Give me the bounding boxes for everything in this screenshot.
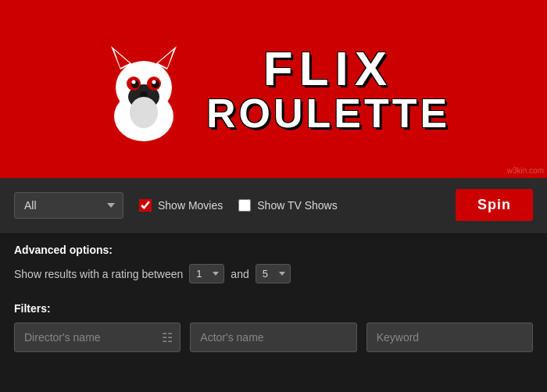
header-content: FLIX ROULETTE <box>97 34 450 144</box>
roulette-text: ROULETTE <box>206 93 450 134</box>
actor-input-wrapper <box>190 323 356 352</box>
genre-select[interactable]: All Action Comedy Drama Horror Sci-Fi Th… <box>14 192 123 219</box>
show-tv-group: Show TV Shows <box>238 199 337 212</box>
actor-input[interactable] <box>190 323 356 352</box>
genre-select-wrapper: All Action Comedy Drama Horror Sci-Fi Th… <box>14 192 123 219</box>
watermark: w3kin.com <box>507 166 544 175</box>
rating-max-select[interactable]: 1234 5678 910 <box>256 264 291 283</box>
show-tv-label[interactable]: Show TV Shows <box>257 199 337 212</box>
filters-section: Filters: ☷ <box>0 294 547 363</box>
svg-point-13 <box>140 91 148 98</box>
keyword-input[interactable] <box>366 323 533 352</box>
svg-point-12 <box>152 80 156 84</box>
header-section: FLIX ROULETTE w3kin.com <box>0 0 547 178</box>
logo-text: FLIX ROULETTE <box>206 45 450 134</box>
rating-row: Show results with a rating between 1234 … <box>14 264 533 283</box>
advanced-title: Advanced options: <box>14 244 533 256</box>
svg-point-11 <box>131 80 135 84</box>
show-tv-checkbox[interactable] <box>238 199 251 212</box>
fox-logo-icon <box>97 34 191 144</box>
rating-label-and: and <box>231 268 248 280</box>
show-movies-checkbox[interactable] <box>139 199 152 212</box>
rating-label-before: Show results with a rating between <box>14 268 183 280</box>
filters-title: Filters: <box>14 302 533 315</box>
rating-min-select[interactable]: 1234 5678 910 <box>189 264 224 283</box>
show-movies-group: Show Movies <box>139 199 223 212</box>
keyword-input-wrapper <box>366 323 533 352</box>
director-icon: ☷ <box>162 330 173 345</box>
show-movies-label[interactable]: Show Movies <box>158 199 223 212</box>
advanced-section: Advanced options: Show results with a ra… <box>0 233 547 294</box>
controls-bar: All Action Comedy Drama Horror Sci-Fi Th… <box>0 178 547 233</box>
filters-row: ☷ <box>14 323 533 352</box>
spin-button[interactable]: Spin <box>456 189 533 221</box>
director-input-wrapper: ☷ <box>14 323 181 352</box>
svg-point-16 <box>130 97 158 128</box>
director-input[interactable] <box>14 323 181 352</box>
flix-text: FLIX <box>263 45 393 93</box>
